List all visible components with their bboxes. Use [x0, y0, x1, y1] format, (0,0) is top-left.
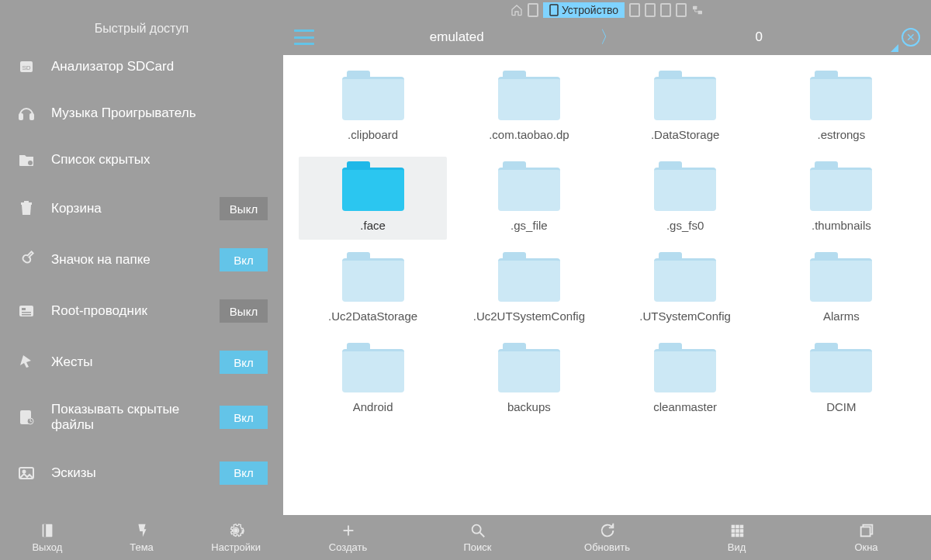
storage-tab-icon[interactable]	[660, 3, 671, 17]
sidebar-item[interactable]: SDАнализатор SDCard	[0, 43, 283, 90]
svg-rect-25	[731, 525, 735, 529]
svg-rect-0	[550, 5, 558, 16]
view-icon	[729, 522, 746, 539]
folder-icon	[498, 161, 560, 211]
folder-item[interactable]: .com.taobao.dp	[455, 66, 603, 149]
sidebar-item[interactable]: Показывать скрытые файлыВкл	[0, 388, 283, 448]
folder-label: .clipboard	[348, 128, 398, 141]
sidebar-item-label: Музыка Проигрыватель	[51, 105, 268, 121]
folder-label: backups	[507, 400, 551, 413]
bottom-button-label: Окна	[854, 541, 877, 553]
svg-text:SD: SD	[22, 64, 30, 71]
sidebar-toggle[interactable]: Выкл	[220, 299, 268, 323]
svg-rect-27	[739, 525, 743, 529]
top-tab-bar: Устройство	[0, 0, 931, 19]
sidebar-toggle[interactable]: Выкл	[220, 197, 268, 220]
network-icon[interactable]	[691, 4, 704, 16]
exit-button[interactable]: Выход	[0, 515, 95, 560]
svg-rect-9	[24, 201, 29, 202]
settings-button[interactable]: Настройки	[189, 515, 283, 560]
sidebar-item-icon	[17, 353, 36, 372]
folder-item[interactable]: .Uc2UTSystemConfig	[455, 247, 603, 330]
folder-label: .Uc2DataStorage	[328, 309, 417, 323]
svg-rect-1	[693, 5, 697, 9]
view-button[interactable]: Вид	[672, 515, 801, 560]
folder-item[interactable]: .DataStorage	[611, 66, 760, 149]
search-button[interactable]: Поиск	[413, 515, 542, 560]
folder-icon	[654, 161, 716, 211]
sidebar-toggle[interactable]: Вкл	[220, 406, 268, 429]
folder-label: .gs_fs0	[666, 219, 704, 232]
path-segment-2[interactable]: 0	[625, 29, 895, 45]
sidebar-item[interactable]: Музыка Проигрыватель	[0, 90, 283, 137]
sidebar-item[interactable]: Список скрытых	[0, 137, 283, 183]
refresh-button[interactable]: Обновить	[542, 515, 672, 560]
folder-item[interactable]: backups	[455, 338, 603, 421]
bottom-button-label: Тема	[130, 541, 154, 553]
folder-item[interactable]: .thumbnails	[767, 157, 915, 240]
svg-rect-26	[735, 525, 739, 529]
folder-item[interactable]: .gs_fs0	[611, 157, 760, 240]
folder-item[interactable]: cleanmaster	[611, 338, 760, 421]
sidebar-toggle[interactable]: Вкл	[220, 461, 268, 485]
sidebar-item[interactable]: Значок на папкеВкл	[0, 234, 283, 285]
storage-tab-icon[interactable]	[645, 3, 656, 17]
svg-point-23	[472, 525, 480, 534]
sidebar-item-icon	[17, 464, 36, 482]
close-tab-icon[interactable]: ✕	[902, 28, 920, 47]
dropdown-indicator-icon[interactable]	[891, 44, 898, 52]
search-icon	[469, 522, 486, 539]
sidebar-item[interactable]: ЭскизыВкл	[0, 448, 283, 499]
svg-rect-35	[860, 527, 870, 536]
sidebar-item-label: Жесты	[51, 354, 204, 370]
home-icon[interactable]	[510, 4, 523, 16]
path-segment-1[interactable]: emulated	[322, 29, 592, 45]
sidebar-item[interactable]: ЖестыВкл	[0, 337, 283, 388]
folder-item[interactable]: .UTSystemConfig	[611, 247, 760, 330]
settings-icon	[227, 522, 244, 539]
sidebar-item-label: Список скрытых	[51, 152, 268, 168]
folder-item[interactable]: .face	[299, 157, 447, 240]
folder-item[interactable]: .clipboard	[299, 66, 447, 149]
create-button[interactable]: Создать	[283, 515, 413, 560]
theme-icon	[133, 522, 151, 539]
sidebar-item-icon	[17, 408, 36, 427]
theme-button[interactable]: Тема	[95, 515, 189, 560]
folder-item[interactable]: Alarms	[767, 247, 915, 330]
bottom-button-label: Обновить	[584, 541, 630, 553]
svg-rect-12	[22, 312, 31, 313]
svg-rect-2	[698, 10, 702, 14]
folder-label: Android	[353, 400, 393, 413]
folder-item[interactable]: .gs_file	[455, 157, 603, 240]
windows-button[interactable]: Окна	[801, 515, 931, 560]
sidebar-item-label: Эскизы	[51, 465, 204, 481]
sidebar-item[interactable]: КорзинаВыкл	[0, 183, 283, 234]
bottom-button-label: Настройки	[211, 541, 261, 553]
sidebar-title: Быстрый доступ	[0, 19, 283, 43]
folder-label: .estrongs	[818, 128, 866, 141]
folder-icon	[810, 161, 872, 211]
folder-label: .face	[360, 219, 386, 232]
sidebar-toggle[interactable]: Вкл	[220, 351, 268, 374]
folder-label: DCIM	[826, 400, 856, 413]
sidebar-item-icon	[17, 199, 36, 218]
sidebar-item[interactable]: Root-проводникВыкл	[0, 285, 283, 337]
sidebar: Быстрый доступ SDАнализатор SDCardМузыка…	[0, 19, 283, 515]
sidebar-toggle[interactable]: Вкл	[220, 248, 268, 271]
storage-tab-icon[interactable]	[629, 3, 640, 17]
storage-tab-icon[interactable]	[676, 3, 687, 17]
hamburger-icon[interactable]	[294, 29, 314, 45]
storage-tab-icon[interactable]	[528, 3, 538, 17]
folder-item[interactable]: DCIM	[767, 338, 915, 421]
bottom-button-label: Выход	[32, 541, 62, 553]
folder-item[interactable]: Android	[299, 338, 447, 421]
folder-item[interactable]: .Uc2DataStorage	[299, 247, 447, 330]
folder-item[interactable]: .estrongs	[767, 66, 915, 149]
device-tab-active[interactable]: Устройство	[543, 2, 625, 18]
folder-icon	[810, 71, 872, 120]
exit-icon	[39, 522, 56, 539]
folder-label: .gs_file	[510, 219, 548, 232]
folder-icon	[342, 161, 404, 211]
sidebar-item-icon	[17, 302, 36, 320]
bottom-button-label: Вид	[728, 541, 746, 553]
